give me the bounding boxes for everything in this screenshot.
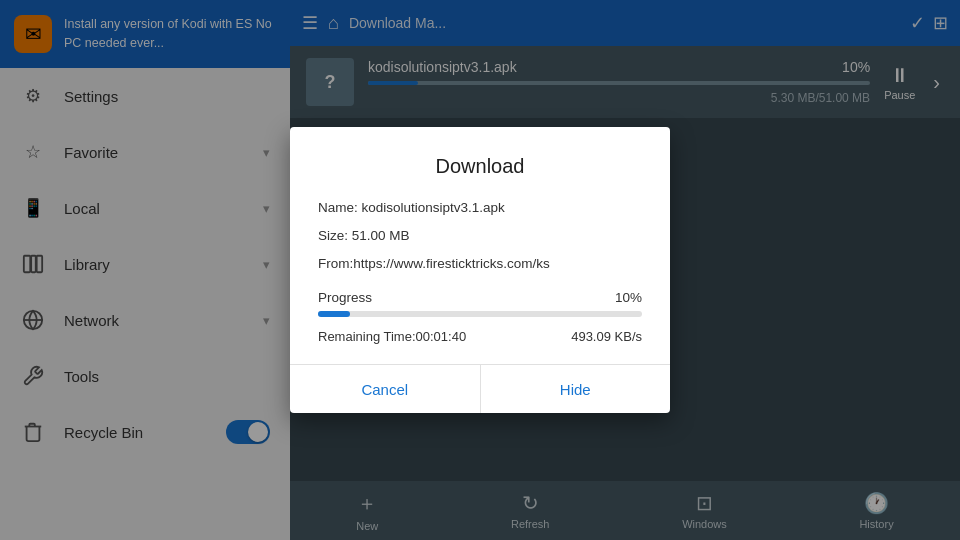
download-dialog: Download Name: kodisolutionsiptv3.1.apk … [290,127,670,414]
dialog-title: Download [318,155,642,178]
dialog-name: Name: kodisolutionsiptv3.1.apk [318,198,642,218]
dialog-from: From:https://www.firesticktricks.com/ks [318,254,642,274]
progress-percent: 10% [615,290,642,305]
cancel-button[interactable]: Cancel [290,365,481,413]
dialog-progress-bar [318,311,642,317]
hide-button[interactable]: Hide [481,365,671,413]
dialog-progress-fill [318,311,350,317]
dialog-actions: Cancel Hide [290,364,670,413]
dialog-time-row: Remaining Time:00:01:40 493.09 KB/s [318,329,642,344]
dialog-progress-label-row: Progress 10% [318,290,642,305]
remaining-time: Remaining Time:00:01:40 [318,329,466,344]
dialog-overlay: Download Name: kodisolutionsiptv3.1.apk … [0,0,960,540]
progress-label: Progress [318,290,372,305]
download-speed: 493.09 KB/s [571,329,642,344]
dialog-size: Size: 51.00 MB [318,226,642,246]
